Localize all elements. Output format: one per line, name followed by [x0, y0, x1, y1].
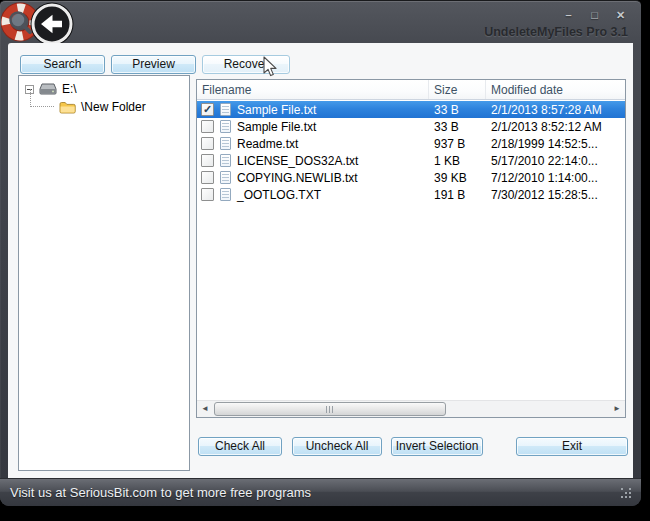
scroll-left-icon[interactable]: ◄: [197, 401, 213, 417]
table-row[interactable]: COPYING.NEWLIB.txt39 KB7/12/2010 1:14:00…: [197, 169, 625, 186]
app-window: UndeleteMyFiles Pro 3.1 – □ ✕ Search Pre…: [0, 0, 641, 506]
window-controls: – □ ✕: [560, 8, 629, 23]
text-file-icon: [220, 171, 231, 184]
table-row[interactable]: ✓Sample File.txt33 B2/1/2013 8:57:28 AM: [197, 101, 625, 118]
table-row[interactable]: Readme.txt937 B2/18/1999 14:52:5...: [197, 135, 625, 152]
file-modified-text: 7/12/2010 1:14:00...: [486, 171, 625, 185]
tree-node-label: E:\: [62, 82, 77, 96]
status-text: Visit us at SeriousBit.com to get more f…: [10, 485, 311, 500]
filename-text: COPYING.NEWLIB.txt: [237, 171, 358, 185]
file-size-text: 937 B: [429, 137, 486, 151]
text-file-icon: [220, 103, 231, 116]
check-all-button[interactable]: Check All: [198, 437, 282, 456]
file-size-text: 1 KB: [429, 154, 486, 168]
row-checkbox[interactable]: [201, 120, 214, 133]
file-modified-text: 7/30/2012 15:28:5...: [486, 188, 625, 202]
file-rows: ✓Sample File.txt33 B2/1/2013 8:57:28 AMS…: [197, 101, 625, 203]
row-checkbox[interactable]: [201, 171, 214, 184]
tree-node-folder[interactable]: \New Folder: [59, 99, 146, 115]
filename-text: Sample File.txt: [237, 103, 316, 117]
folder-tree[interactable]: E:\ \New Folder: [18, 75, 190, 471]
maximize-button[interactable]: □: [586, 8, 603, 23]
tree-connector-line: [30, 89, 54, 107]
list-header: Filename Size Modified date: [197, 80, 625, 100]
file-size-text: 33 B: [429, 103, 486, 117]
window-title: UndeleteMyFiles Pro 3.1: [484, 25, 628, 39]
tree-node-label: \New Folder: [81, 100, 146, 114]
column-header-size[interactable]: Size: [429, 80, 486, 99]
invert-selection-button[interactable]: Invert Selection: [391, 437, 483, 456]
table-row[interactable]: LICENSE_DOS32A.txt1 KB5/17/2010 22:14:0.…: [197, 152, 625, 169]
row-checkbox[interactable]: [201, 188, 214, 201]
recover-button[interactable]: Recover: [202, 55, 290, 74]
table-row[interactable]: Sample File.txt33 B2/1/2013 8:52:12 AM: [197, 118, 625, 135]
filename-text: LICENSE_DOS32A.txt: [237, 154, 358, 168]
exit-button[interactable]: Exit: [516, 437, 628, 456]
file-modified-text: 5/17/2010 22:14:0...: [486, 154, 625, 168]
filename-text: Sample File.txt: [237, 120, 316, 134]
uncheck-all-button[interactable]: Uncheck All: [292, 437, 382, 456]
column-header-modified[interactable]: Modified date: [486, 80, 625, 99]
preview-button[interactable]: Preview: [111, 55, 196, 74]
column-header-filename[interactable]: Filename: [197, 80, 429, 99]
minimize-button[interactable]: –: [560, 8, 577, 23]
resize-grip-icon[interactable]: [621, 488, 633, 500]
text-file-icon: [220, 137, 231, 150]
row-checkbox[interactable]: ✓: [201, 103, 214, 116]
file-list: Filename Size Modified date ✓Sample File…: [196, 79, 626, 418]
row-checkbox[interactable]: [201, 137, 214, 150]
search-button[interactable]: Search: [20, 55, 105, 74]
content-area: Search Preview Recover E:\ \New Folde: [8, 43, 633, 479]
close-button[interactable]: ✕: [612, 8, 629, 23]
scrollbar-thumb[interactable]: [214, 402, 446, 416]
scrollbar-grip-icon: [326, 406, 334, 413]
row-checkbox[interactable]: [201, 154, 214, 167]
text-file-icon: [220, 188, 231, 201]
scroll-right-icon[interactable]: ►: [609, 401, 625, 417]
file-size-text: 191 B: [429, 188, 486, 202]
text-file-icon: [220, 120, 231, 133]
folder-icon: [59, 101, 76, 114]
table-row[interactable]: _OOTLOG.TXT191 B7/30/2012 15:28:5...: [197, 186, 625, 203]
file-modified-text: 2/1/2013 8:52:12 AM: [486, 120, 625, 134]
file-modified-text: 2/18/1999 14:52:5...: [486, 137, 625, 151]
file-size-text: 33 B: [429, 120, 486, 134]
filename-text: Readme.txt: [237, 137, 298, 151]
file-size-text: 39 KB: [429, 171, 486, 185]
status-bar: Visit us at SeriousBit.com to get more f…: [0, 478, 641, 506]
text-file-icon: [220, 154, 231, 167]
file-modified-text: 2/1/2013 8:57:28 AM: [486, 103, 625, 117]
horizontal-scrollbar[interactable]: ◄ ►: [197, 400, 625, 417]
filename-text: _OOTLOG.TXT: [237, 188, 321, 202]
